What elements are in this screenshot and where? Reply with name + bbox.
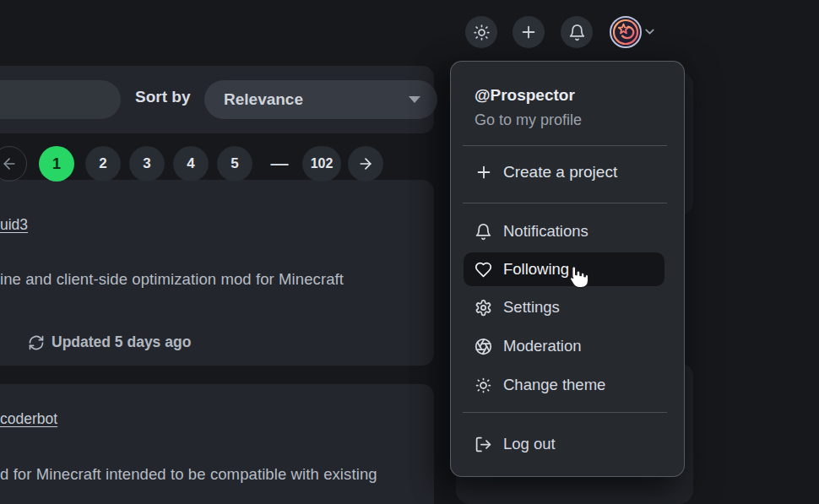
user-menu-username[interactable]: @Prospector bbox=[475, 86, 575, 105]
sun-icon bbox=[475, 377, 492, 394]
aperture-icon bbox=[475, 338, 492, 355]
pagination-next-button[interactable] bbox=[348, 146, 383, 182]
divider bbox=[463, 145, 667, 146]
menu-item-change-theme[interactable]: Change theme bbox=[464, 368, 664, 402]
arrow-right-icon bbox=[357, 155, 374, 172]
pagination-page-3[interactable]: 3 bbox=[129, 146, 165, 182]
menu-item-label: Settings bbox=[503, 298, 560, 317]
menu-item-label: Following bbox=[503, 260, 569, 279]
avatar-image bbox=[610, 16, 642, 48]
sort-by-label: Sort by bbox=[135, 88, 190, 106]
pagination-page-5[interactable]: 5 bbox=[217, 146, 252, 182]
sort-select-value: Relevance bbox=[224, 90, 303, 109]
caret-down-icon bbox=[409, 96, 420, 103]
theme-button[interactable] bbox=[465, 16, 497, 48]
menu-item-following[interactable]: Following bbox=[464, 252, 664, 286]
notifications-button[interactable] bbox=[561, 16, 593, 48]
result-author-link[interactable]: coderbot bbox=[0, 410, 57, 428]
menu-item-label: Notifications bbox=[503, 222, 588, 241]
arrow-left-icon bbox=[1, 155, 18, 172]
result-author-link[interactable]: uid3 bbox=[0, 216, 28, 234]
plus-icon bbox=[519, 23, 538, 41]
pagination-ellipsis: — bbox=[263, 146, 296, 182]
menu-item-label: Moderation bbox=[503, 337, 582, 355]
menu-item-logout[interactable]: Log out bbox=[464, 427, 664, 461]
pagination-page-last[interactable]: 102 bbox=[302, 146, 341, 182]
pagination-prev-button[interactable] bbox=[0, 146, 27, 182]
result-description: ine and client-side optimization mod for… bbox=[0, 270, 344, 289]
gear-icon bbox=[475, 299, 492, 317]
result-updated: Updated 5 days ago bbox=[28, 333, 191, 351]
avatar-chevron-button[interactable] bbox=[643, 24, 657, 42]
divider bbox=[463, 412, 667, 413]
menu-item-label: Create a project bbox=[503, 163, 617, 182]
pagination-page-2[interactable]: 2 bbox=[85, 146, 121, 182]
search-result-card bbox=[0, 384, 434, 504]
screen: Sort by Relevance 1 2 3 4 5 — 102 uid3 i… bbox=[0, 0, 819, 504]
plus-icon bbox=[475, 163, 493, 182]
sort-select[interactable]: Relevance bbox=[204, 80, 437, 119]
bell-icon bbox=[568, 24, 586, 41]
menu-item-settings[interactable]: Settings bbox=[464, 290, 664, 324]
menu-item-label: Log out bbox=[503, 435, 556, 453]
result-description: d for Minecraft intended to be compatibl… bbox=[0, 465, 377, 484]
chevron-down-icon bbox=[643, 24, 657, 39]
heart-icon bbox=[475, 261, 492, 279]
menu-item-notifications[interactable]: Notifications bbox=[464, 214, 664, 248]
result-updated-text: Updated 5 days ago bbox=[52, 333, 191, 351]
menu-item-moderation[interactable]: Moderation bbox=[464, 329, 664, 363]
user-menu-go-to-profile[interactable]: Go to my profile bbox=[475, 111, 582, 129]
refresh-icon bbox=[28, 334, 45, 351]
pagination-page-4[interactable]: 4 bbox=[173, 146, 209, 182]
pagination-page-1[interactable]: 1 bbox=[39, 146, 74, 182]
divider bbox=[463, 203, 667, 203]
sun-icon bbox=[473, 24, 491, 41]
menu-item-label: Change theme bbox=[503, 376, 605, 394]
bell-icon bbox=[475, 223, 492, 241]
user-menu-dropdown: @Prospector Go to my profile Create a pr… bbox=[450, 61, 685, 477]
create-button[interactable] bbox=[513, 16, 545, 48]
user-avatar[interactable] bbox=[610, 16, 642, 48]
search-input[interactable] bbox=[0, 80, 121, 119]
logout-icon bbox=[475, 436, 492, 453]
menu-item-create-project[interactable]: Create a project bbox=[475, 163, 617, 182]
